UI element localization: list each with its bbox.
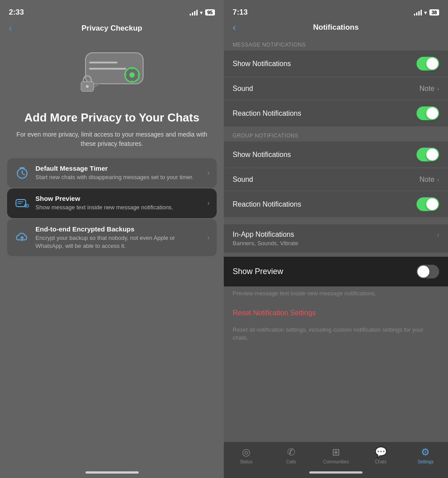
grp-sound-label: Sound: [233, 176, 420, 184]
wifi-icon-right: ▾: [424, 9, 427, 16]
tab-calls[interactable]: ✆ Calls: [276, 447, 307, 464]
status-bar-left: 2:33 ▾ 95: [0, 0, 224, 20]
msg-reaction-label: Reaction Notifications: [233, 110, 417, 118]
status-bar-right: 7:13 ▾ 38: [224, 0, 448, 20]
in-app-sub: Banners, Sounds, Vibrate: [233, 240, 439, 247]
menu-title-backup: End-to-end Encrypted Backups: [35, 225, 202, 233]
menu-item-timer[interactable]: Default Message Timer Start new chats wi…: [7, 158, 217, 188]
menu-title-preview: Show Preview: [35, 195, 202, 202]
time-right: 7:13: [233, 8, 248, 17]
grp-sound-value: Note: [420, 176, 435, 184]
chevron-right-icon-grp-sound: ›: [437, 176, 439, 183]
section-gap: [224, 218, 448, 224]
status-tab-label: Status: [240, 459, 252, 464]
back-button-right[interactable]: ‹: [233, 22, 236, 33]
msg-show-notifications-row[interactable]: Show Notifications: [224, 51, 448, 77]
grp-reaction-toggle[interactable]: [417, 197, 439, 211]
wifi-icon-left: ▾: [200, 9, 203, 16]
signal-icon-left: [190, 9, 198, 16]
signal-icon-right: [414, 9, 422, 16]
communities-tab-label: Communities: [323, 459, 349, 464]
reset-notification-button[interactable]: Reset Notification Settings: [224, 303, 448, 323]
page-title-right: Notifications: [313, 23, 359, 32]
illustration: [68, 46, 156, 104]
preview-sub-text: Preview message text inside new message …: [224, 286, 448, 303]
grp-show-notifications-toggle[interactable]: [417, 148, 439, 161]
svg-point-7: [129, 72, 135, 78]
msg-show-notifications-toggle[interactable]: [417, 57, 439, 71]
msg-show-notifications-label: Show Notifications: [233, 60, 417, 68]
menu-list: Default Message Timer Start new chats wi…: [7, 158, 217, 256]
status-icons-right: ▾ 38: [414, 9, 439, 16]
group-notifications-group: Show Notifications Sound Note › Reaction…: [224, 141, 448, 217]
in-app-row-top: In-App Notifications ›: [233, 231, 439, 239]
svg-point-17: [26, 205, 27, 207]
msg-sound-label: Sound: [233, 85, 420, 93]
chats-tab-icon: 💬: [375, 447, 387, 458]
left-panel: 2:33 ▾ 95 ‹ Privacy Checkup: [0, 0, 224, 478]
msg-sound-value: Note: [420, 85, 435, 93]
tab-status[interactable]: ◎ Status: [231, 447, 262, 464]
status-icons-left: ▾ 95: [190, 9, 215, 16]
grp-show-notifications-label: Show Notifications: [233, 151, 417, 159]
menu-desc-backup: Encrypt your backup so that nobody, not …: [35, 234, 202, 250]
time-left: 2:33: [9, 8, 24, 17]
grp-show-notifications-row[interactable]: Show Notifications: [224, 141, 448, 168]
show-preview-row[interactable]: Show Preview: [224, 257, 448, 286]
in-app-label: In-App Notifications: [233, 231, 437, 239]
chevron-right-icon-backup: ›: [207, 234, 210, 242]
communities-tab-icon: ⊞: [332, 447, 340, 458]
right-panel: 7:13 ▾ 38 ‹ Notifications MESSAGE NOTIFI…: [224, 0, 448, 478]
grp-reaction-notifications-row[interactable]: Reaction Notifications: [224, 191, 448, 217]
chevron-right-icon-timer: ›: [207, 169, 210, 177]
tab-communities[interactable]: ⊞ Communities: [320, 447, 351, 464]
reset-description: Reset all notification settings, includi…: [224, 323, 448, 348]
calls-tab-label: Calls: [286, 459, 296, 464]
menu-item-preview[interactable]: Show Preview Show message text inside ne…: [7, 188, 217, 218]
preview-icon: [15, 196, 29, 210]
calls-tab-icon: ✆: [287, 447, 295, 458]
grp-reaction-label: Reaction Notifications: [233, 200, 417, 208]
tab-chats[interactable]: 💬 Chats: [365, 447, 396, 464]
timer-icon: [16, 166, 29, 180]
privacy-illustration: [72, 48, 152, 102]
section-header-group: GROUP NOTIFICATIONS: [224, 127, 448, 141]
show-preview-toggle[interactable]: [417, 265, 439, 278]
page-title-left: Privacy Checkup: [82, 24, 142, 33]
msg-reaction-toggle[interactable]: [417, 106, 439, 120]
chevron-right-icon-msg-sound: ›: [437, 85, 439, 92]
preview-icon-wrap: [14, 195, 30, 211]
cloud-icon: [16, 231, 29, 244]
msg-sound-row[interactable]: Sound Note ›: [224, 77, 448, 100]
battery-right: 38: [429, 9, 439, 16]
msg-reaction-notifications-row[interactable]: Reaction Notifications: [224, 100, 448, 126]
menu-text-timer: Default Message Timer Start new chats wi…: [35, 165, 202, 181]
menu-desc-timer: Start new chats with disappearing messag…: [35, 173, 202, 181]
in-app-notifications-row[interactable]: In-App Notifications › Banners, Sounds, …: [224, 224, 448, 253]
menu-text-backup: End-to-end Encrypted Backups Encrypt you…: [35, 225, 202, 250]
menu-desc-preview: Show message text inside new message not…: [35, 204, 202, 212]
nav-bar-right: ‹ Notifications: [224, 20, 448, 36]
home-indicator-left: [86, 471, 139, 474]
message-notifications-group: Show Notifications Sound Note › Reaction…: [224, 51, 448, 126]
settings-tab-icon: ⚙: [421, 447, 430, 458]
menu-text-preview: Show Preview Show message text inside ne…: [35, 195, 202, 212]
timer-icon-wrap: [14, 165, 30, 181]
svg-point-5: [86, 85, 89, 88]
main-heading: Add More Privacy to Your Chats: [7, 111, 217, 125]
back-button-left[interactable]: ‹: [9, 23, 12, 34]
tab-settings[interactable]: ⚙ Settings: [410, 447, 441, 464]
menu-title-timer: Default Message Timer: [35, 165, 202, 172]
menu-item-backup[interactable]: End-to-end Encrypted Backups Encrypt you…: [7, 219, 217, 256]
battery-left: 95: [205, 9, 215, 16]
chats-tab-label: Chats: [375, 459, 386, 464]
section-header-message: MESSAGE NOTIFICATIONS: [224, 36, 448, 51]
chevron-right-icon-in-app: ›: [437, 231, 439, 238]
grp-sound-row[interactable]: Sound Note ›: [224, 168, 448, 191]
chevron-right-icon-preview: ›: [207, 199, 210, 207]
nav-bar-left: ‹ Privacy Checkup: [0, 20, 224, 37]
home-indicator-right: [309, 471, 362, 474]
show-preview-label: Show Preview: [233, 267, 417, 276]
settings-tab-label: Settings: [417, 459, 433, 464]
status-tab-icon: ◎: [242, 447, 250, 458]
